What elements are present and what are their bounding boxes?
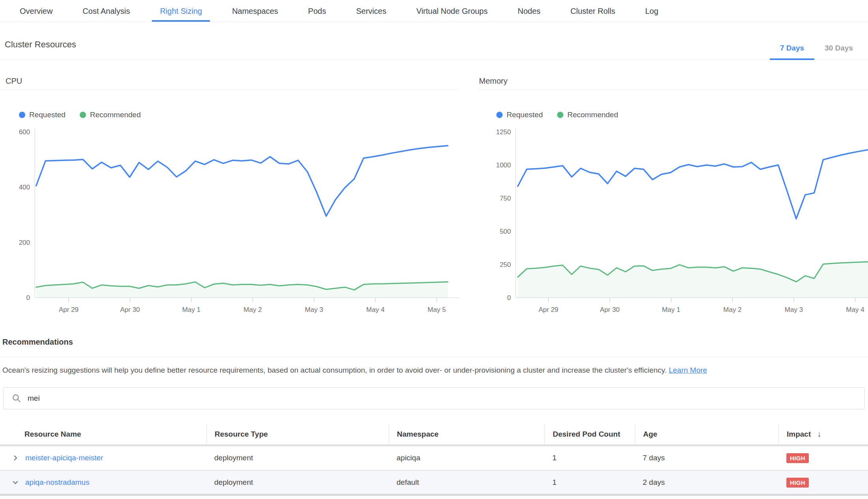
search-input[interactable]: [28, 394, 857, 403]
svg-text:Apr 29: Apr 29: [59, 306, 79, 313]
column-header-namespace[interactable]: Namespace: [389, 424, 544, 445]
legend-recommended-label: Recommended: [567, 111, 618, 119]
svg-text:May 5: May 5: [428, 306, 446, 313]
column-header-desired-pod-count[interactable]: Desired Pod Count: [544, 424, 635, 445]
svg-text:200: 200: [19, 239, 30, 246]
namespace-cell: default: [389, 478, 544, 487]
tab-namespaces[interactable]: Namespaces: [224, 0, 286, 22]
expand-row-button[interactable]: [12, 454, 20, 461]
tab-log[interactable]: Log: [637, 0, 666, 22]
legend-recommended: Recommended: [80, 111, 141, 119]
desired-pod-count-cell: 1: [544, 454, 635, 462]
age-cell: 7 days: [635, 454, 778, 462]
legend-requested-label: Requested: [29, 111, 65, 119]
requested-dot-icon: [496, 112, 503, 118]
svg-text:May 1: May 1: [182, 306, 200, 313]
main-content: Cluster Resources 7 Days 30 Days CPU Req…: [0, 22, 868, 496]
tab-overview[interactable]: Overview: [12, 0, 60, 22]
period-tab-30-days[interactable]: 30 Days: [814, 44, 863, 60]
tab-right-sizing[interactable]: Right Sizing: [152, 0, 210, 22]
requested-dot-icon: [19, 112, 25, 118]
recommended-dot-icon: [557, 112, 563, 118]
tab-services[interactable]: Services: [348, 0, 394, 22]
charts-row: CPU Requested Recommended 0200400600Apr …: [0, 77, 868, 315]
memory-line-chart: 025050075010001250Apr 29Apr 30May 1May 2…: [478, 124, 868, 315]
column-header-impact[interactable]: Impact ↓: [778, 424, 868, 445]
cluster-resources-title: Cluster Resources: [5, 39, 76, 60]
recommendations-table: Resource Name Resource Type Namespace De…: [0, 424, 868, 496]
tab-pods[interactable]: Pods: [300, 0, 334, 22]
legend-requested: Requested: [496, 111, 543, 119]
impact-badge-high: HIGH: [786, 453, 809, 463]
column-header-resource-type[interactable]: Resource Type: [206, 424, 389, 445]
svg-text:0: 0: [507, 294, 511, 302]
age-cell: 2 days: [635, 478, 778, 487]
svg-text:Apr 30: Apr 30: [600, 306, 619, 313]
svg-text:May 4: May 4: [846, 306, 864, 313]
column-header-impact-label: Impact: [787, 430, 811, 439]
chevron-down-icon: [12, 479, 19, 486]
resource-name-link[interactable]: meister-apiciqa-meister: [25, 454, 103, 462]
recommendations-header: Recommendations: [0, 315, 868, 357]
memory-chart-legend: Requested Recommended: [496, 111, 868, 119]
period-tab-7-days[interactable]: 7 Days: [770, 44, 814, 60]
tab-cost-analysis[interactable]: Cost Analysis: [75, 0, 138, 22]
desired-pod-count-cell: 1: [544, 478, 635, 487]
cpu-chart-legend: Requested Recommended: [19, 111, 459, 119]
recommendations-title: Recommendations: [2, 338, 863, 357]
svg-text:May 3: May 3: [785, 306, 803, 313]
svg-text:May 3: May 3: [305, 306, 323, 313]
column-header-age[interactable]: Age: [635, 424, 778, 445]
memory-chart-panel: Memory Requested Recommended 02505007501…: [478, 77, 868, 315]
recommendations-description-text: Ocean's resizing suggestions will help y…: [2, 366, 667, 374]
collapse-row-button[interactable]: [12, 479, 20, 486]
cpu-chart-panel: CPU Requested Recommended 0200400600Apr …: [0, 77, 459, 315]
recommended-dot-icon: [80, 112, 86, 118]
svg-text:1000: 1000: [496, 161, 511, 169]
cluster-resources-header: Cluster Resources 7 Days 30 Days: [0, 22, 868, 60]
tab-virtual-node-groups[interactable]: Virtual Node Groups: [408, 0, 496, 22]
svg-text:600: 600: [19, 128, 30, 136]
period-toggle: 7 Days 30 Days: [770, 44, 863, 60]
legend-requested: Requested: [19, 111, 65, 119]
table-row[interactable]: apiqa-nostradamus deployment default 1 2…: [0, 471, 868, 496]
legend-requested-label: Requested: [507, 111, 543, 119]
table-row[interactable]: meister-apiciqa-meister deployment apici…: [0, 446, 868, 471]
svg-text:1250: 1250: [496, 128, 511, 136]
cpu-line-chart: 0200400600Apr 29Apr 30May 1May 2May 3May…: [0, 124, 459, 315]
resource-name-link[interactable]: apiqa-nostradamus: [25, 478, 90, 487]
svg-text:May 2: May 2: [723, 306, 741, 313]
tab-nodes[interactable]: Nodes: [510, 0, 548, 22]
top-nav: Overview Cost Analysis Right Sizing Name…: [0, 0, 868, 22]
svg-text:500: 500: [500, 228, 511, 235]
memory-chart-title: Memory: [478, 77, 868, 90]
svg-text:250: 250: [500, 261, 511, 268]
table-header-row: Resource Name Resource Type Namespace De…: [0, 424, 868, 446]
svg-text:750: 750: [500, 195, 511, 202]
table-body: meister-apiciqa-meister deployment apici…: [0, 446, 868, 496]
search-box[interactable]: [3, 387, 865, 409]
svg-text:May 4: May 4: [366, 306, 384, 313]
column-header-resource-name[interactable]: Resource Name: [0, 424, 206, 445]
tab-cluster-rolls[interactable]: Cluster Rolls: [563, 0, 623, 22]
legend-recommended: Recommended: [557, 111, 618, 119]
namespace-cell: apiciqa: [389, 454, 544, 462]
svg-text:400: 400: [19, 184, 30, 191]
legend-recommended-label: Recommended: [90, 111, 141, 119]
chevron-right-icon: [12, 454, 19, 461]
svg-text:Apr 30: Apr 30: [120, 306, 140, 313]
svg-text:0: 0: [26, 294, 30, 302]
learn-more-link[interactable]: Learn More: [669, 366, 707, 374]
svg-text:Apr 29: Apr 29: [539, 306, 558, 313]
svg-text:May 2: May 2: [243, 306, 262, 313]
resource-type-cell: deployment: [206, 478, 389, 487]
impact-badge-high: HIGH: [786, 478, 809, 488]
cpu-chart-title: CPU: [0, 77, 459, 90]
recommendations-description: Ocean's resizing suggestions will help y…: [2, 365, 868, 375]
svg-text:May 1: May 1: [662, 306, 680, 313]
search-icon: [11, 393, 22, 403]
sort-descending-icon[interactable]: ↓: [817, 430, 821, 439]
resource-type-cell: deployment: [206, 454, 389, 462]
